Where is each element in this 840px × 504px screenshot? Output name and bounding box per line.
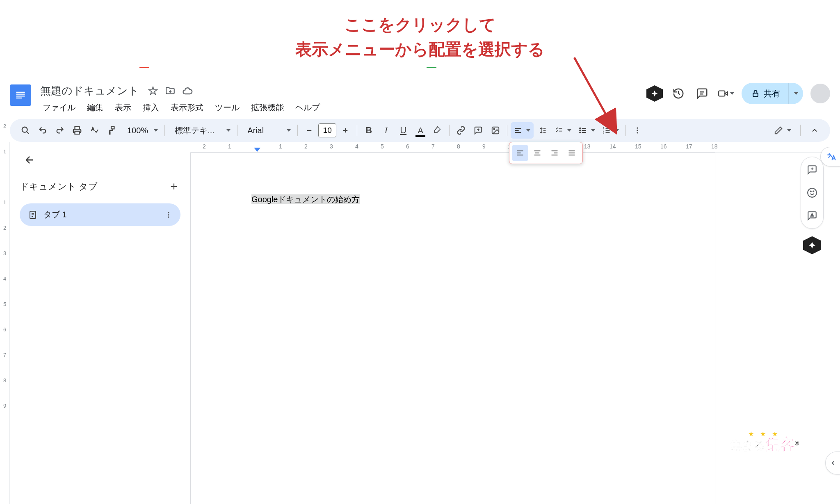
font-size-input[interactable]: 10: [318, 123, 336, 137]
more-button[interactable]: [629, 122, 646, 139]
emoji-react-button[interactable]: [804, 185, 820, 201]
share-button[interactable]: 共有: [742, 83, 788, 104]
align-button[interactable]: [511, 122, 534, 139]
chevron-down-icon: [730, 92, 734, 95]
chevron-down-icon: [226, 129, 231, 132]
share-dropdown[interactable]: [788, 83, 803, 104]
ruler-tick: 7: [0, 352, 9, 358]
ruler-tick: 9: [0, 403, 9, 409]
annotation-line2: 表示メニューから配置を選択する: [0, 37, 840, 62]
search-menus-button[interactable]: [17, 122, 34, 139]
svg-point-43: [637, 132, 638, 133]
star-icon[interactable]: [147, 85, 159, 97]
menu-format[interactable]: 表示形式: [166, 100, 208, 116]
line-spacing-button[interactable]: [534, 122, 551, 139]
align-justify-option[interactable]: [564, 145, 580, 161]
editing-mode-button[interactable]: [771, 122, 794, 139]
ruler-tick: 5: [381, 143, 384, 150]
cloud-status-icon[interactable]: [182, 85, 193, 97]
comments-icon[interactable]: [694, 85, 710, 102]
svg-point-49: [168, 214, 169, 215]
paint-format-button[interactable]: [103, 122, 120, 139]
google-docs-app: 無題のドキュメント ファイル 編集 表示 挿入 表示形式 ツール 拡張機能 ヘル…: [0, 78, 840, 504]
separator: [357, 125, 357, 136]
bulleted-list-button[interactable]: [575, 122, 598, 139]
svg-point-53: [808, 188, 817, 197]
indent-marker[interactable]: [254, 148, 260, 152]
chevron-down-icon: [154, 129, 158, 132]
ruler-tick: 8: [0, 377, 9, 383]
suggest-edits-button[interactable]: [804, 208, 820, 223]
svg-point-29: [580, 128, 581, 129]
gemini-side-button[interactable]: [803, 236, 821, 254]
back-button[interactable]: [20, 150, 39, 170]
zoom-select[interactable]: 100%: [121, 122, 161, 139]
menu-extensions[interactable]: 拡張機能: [246, 100, 289, 116]
ruler-tick: 1: [279, 143, 282, 150]
gemini-icon[interactable]: [646, 85, 663, 102]
side-tools: [801, 157, 824, 254]
menu-edit[interactable]: 編集: [82, 100, 108, 116]
ruler-tick: 15: [635, 143, 641, 150]
history-icon[interactable]: [670, 85, 687, 102]
ruler-tick: 8: [457, 143, 460, 150]
increase-font-button[interactable]: [337, 122, 354, 139]
menu-view[interactable]: 表示: [110, 100, 136, 116]
align-left-option[interactable]: [512, 145, 528, 161]
document-page[interactable]: Googleドキュメントの始め方: [190, 153, 715, 504]
ruler-tick: 13: [584, 143, 591, 150]
tab-more-button[interactable]: [165, 211, 172, 219]
text-color-button[interactable]: A: [412, 122, 429, 139]
bold-button[interactable]: B: [361, 122, 377, 139]
tab-label: タブ 1: [43, 209, 159, 220]
insert-link-button[interactable]: [453, 122, 469, 139]
decorative-line: [427, 67, 436, 68]
paragraph-style-select[interactable]: 標準テキ...: [168, 122, 234, 139]
explore-button[interactable]: [825, 452, 840, 474]
insert-image-button[interactable]: [487, 122, 504, 139]
document-title[interactable]: 無題のドキュメント: [38, 83, 142, 99]
menu-file[interactable]: ファイル: [38, 100, 80, 116]
numbered-list-button[interactable]: 123: [599, 122, 622, 139]
toolbar: 100% 標準テキ... Arial 10 B I U A: [10, 119, 830, 142]
align-popout: [509, 142, 583, 164]
vertical-ruler[interactable]: 21123456789: [0, 142, 10, 504]
ruler-tick: 5: [0, 301, 9, 307]
ruler-tick: 2: [203, 143, 206, 150]
ruler-tick: 6: [0, 326, 9, 333]
spellcheck-button[interactable]: [86, 122, 103, 139]
svg-point-55: [813, 191, 814, 192]
share-button-group: 共有: [742, 83, 803, 104]
ruler-tick: 4: [355, 143, 358, 150]
lock-icon: [751, 89, 760, 98]
add-comment-side-button[interactable]: [804, 162, 820, 178]
undo-button[interactable]: [34, 122, 51, 139]
meet-button[interactable]: [718, 85, 734, 102]
italic-button[interactable]: I: [378, 122, 394, 139]
svg-point-42: [637, 130, 638, 131]
menu-insert[interactable]: 挿入: [138, 100, 164, 116]
font-select[interactable]: Arial: [241, 122, 294, 139]
checklist-button[interactable]: [552, 122, 575, 139]
tab-item[interactable]: タブ 1: [20, 203, 180, 226]
print-button[interactable]: [69, 122, 85, 139]
docs-logo-icon[interactable]: [10, 84, 31, 106]
menu-tools[interactable]: ツール: [210, 100, 244, 116]
document-icon: [28, 210, 38, 220]
align-right-option[interactable]: [546, 145, 563, 161]
align-center-option[interactable]: [529, 145, 546, 161]
menu-help[interactable]: ヘルプ: [290, 100, 325, 116]
highlight-button[interactable]: [429, 122, 446, 139]
avatar[interactable]: [810, 84, 830, 103]
annotation-overlay: ここをクリックして 表示メニューから配置を選択する: [0, 12, 840, 62]
move-folder-icon[interactable]: [164, 85, 176, 97]
collapse-toolbar-button[interactable]: [806, 122, 823, 139]
add-comment-button[interactable]: [470, 122, 486, 139]
ruler-tick: 1: [228, 143, 231, 150]
underline-button[interactable]: U: [395, 122, 411, 139]
add-tab-button[interactable]: +: [167, 180, 180, 194]
redo-button[interactable]: [52, 122, 68, 139]
ruler-tick: 18: [711, 143, 718, 150]
decrease-font-button[interactable]: [301, 122, 317, 139]
document-text[interactable]: Googleドキュメントの始め方: [251, 194, 360, 204]
